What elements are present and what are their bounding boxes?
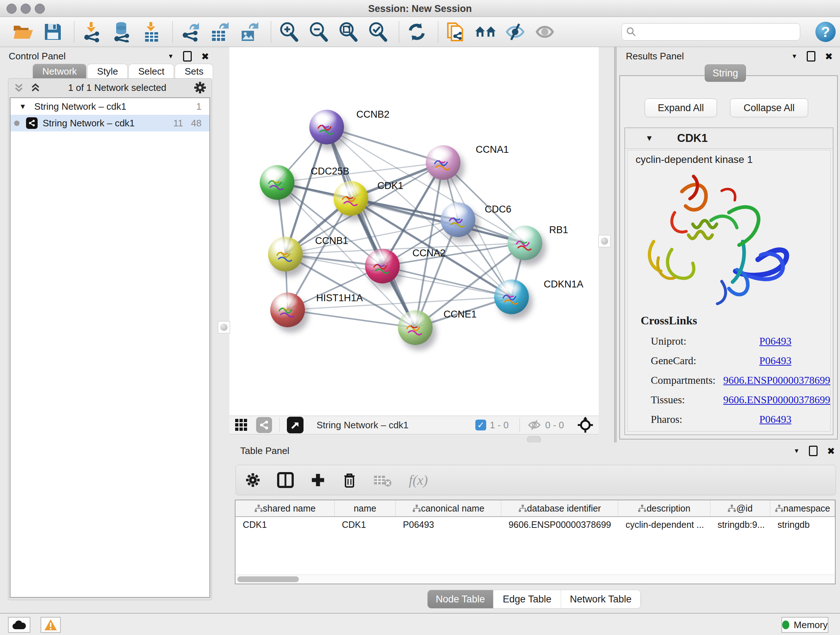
show-columns-icon[interactable] bbox=[277, 472, 294, 488]
table-settings-gear-icon[interactable] bbox=[245, 472, 261, 488]
node-table[interactable]: shared namenamecanonical namedatabase id… bbox=[235, 500, 836, 584]
panel-menu-icon[interactable]: ▼ bbox=[791, 53, 797, 60]
crosslink-link[interactable]: P06493 bbox=[759, 413, 791, 425]
network-row[interactable]: String Network – cdk1 11 48 bbox=[11, 115, 210, 131]
horizontal-splitter-knob[interactable] bbox=[527, 436, 541, 443]
float-panel-icon[interactable] bbox=[807, 51, 815, 62]
table-horizontal-scrollbar[interactable] bbox=[235, 575, 835, 584]
tab-style[interactable]: Style bbox=[87, 64, 128, 79]
column-header-shared-name[interactable]: shared name bbox=[235, 500, 335, 516]
crosslink-link[interactable]: 9606.ENSP00000378699 bbox=[723, 394, 830, 406]
selected-checkbox-icon[interactable]: ✓ bbox=[475, 420, 486, 431]
network-node-ccnb2[interactable] bbox=[309, 110, 344, 144]
first-neighbors-button[interactable] bbox=[445, 21, 467, 43]
column-header-label: shared name bbox=[263, 503, 316, 514]
network-node-ccna2[interactable] bbox=[365, 249, 400, 283]
hide-selected-button[interactable] bbox=[504, 21, 526, 43]
column-header-canonical-name[interactable]: canonical name bbox=[396, 500, 501, 516]
refresh-button[interactable] bbox=[406, 21, 428, 43]
column-header-description[interactable]: description bbox=[618, 500, 710, 516]
houses-button[interactable] bbox=[475, 21, 496, 43]
import-network-file-button[interactable] bbox=[81, 21, 103, 43]
network-node-ccnb1[interactable] bbox=[268, 237, 303, 272]
column-header-database-identifier[interactable]: database identifier bbox=[501, 500, 619, 516]
show-all-button[interactable] bbox=[534, 21, 556, 43]
collapse-triangle-icon[interactable]: ▼ bbox=[19, 103, 27, 111]
close-panel-icon[interactable]: ✖ bbox=[201, 52, 209, 61]
grid-view-icon[interactable] bbox=[234, 418, 248, 432]
save-session-button[interactable] bbox=[42, 21, 64, 43]
column-header-name[interactable]: name bbox=[335, 500, 396, 516]
search-input[interactable] bbox=[636, 27, 800, 38]
column-header-namespace[interactable]: namespace bbox=[770, 500, 835, 516]
zoom-fit-button[interactable] bbox=[337, 21, 359, 43]
zoom-selected-button[interactable] bbox=[367, 21, 388, 43]
export-image-button[interactable] bbox=[239, 21, 261, 43]
table-cell[interactable]: CDK1 bbox=[235, 517, 335, 532]
memory-button[interactable]: Memory bbox=[782, 617, 829, 633]
delete-trash-icon[interactable] bbox=[342, 472, 357, 488]
import-network-database-button[interactable] bbox=[111, 21, 133, 43]
network-collection-row[interactable]: ▼ String Network – cdk1 1 bbox=[11, 98, 210, 115]
export-network-button[interactable] bbox=[180, 21, 201, 43]
table-cell[interactable]: stringdb:9... bbox=[710, 517, 770, 532]
close-panel-icon[interactable]: ✖ bbox=[827, 447, 835, 456]
tab-string[interactable]: String bbox=[705, 65, 746, 82]
right-splitter-knob[interactable] bbox=[598, 235, 611, 247]
network-node-cdkn1a[interactable] bbox=[494, 279, 529, 314]
table-cell[interactable]: 9606.ENSP00000378699 bbox=[501, 517, 619, 532]
left-splitter-knob[interactable] bbox=[218, 321, 230, 333]
cloud-button[interactable] bbox=[8, 617, 30, 633]
network-node-ccne1[interactable] bbox=[398, 310, 433, 345]
network-node-hist1h1a[interactable] bbox=[270, 293, 305, 327]
zoom-in-button[interactable] bbox=[278, 21, 300, 43]
table-row[interactable]: CDK1CDK1P064939606.ENSP00000378699cyclin… bbox=[235, 517, 835, 532]
crosslink-link[interactable]: 9606.ENSP00000378699 bbox=[723, 374, 830, 386]
toolbar-search[interactable] bbox=[622, 23, 800, 41]
protein-section-header[interactable]: ▼ CDK1 bbox=[625, 128, 833, 149]
panel-menu-icon[interactable]: ▼ bbox=[793, 448, 799, 455]
expand-all-icon[interactable] bbox=[30, 82, 41, 93]
network-node-ccna1[interactable] bbox=[426, 145, 461, 180]
tab-edge-table[interactable]: Edge Table bbox=[493, 590, 561, 608]
warnings-button[interactable] bbox=[41, 617, 61, 633]
open-session-button[interactable] bbox=[12, 21, 34, 43]
add-icon[interactable] bbox=[310, 472, 325, 488]
collapse-all-icon[interactable] bbox=[13, 82, 24, 93]
import-table-button[interactable] bbox=[141, 21, 162, 43]
close-panel-icon[interactable]: ✖ bbox=[825, 52, 833, 61]
gear-icon[interactable] bbox=[194, 81, 207, 94]
crosslink-link[interactable]: P06493 bbox=[759, 355, 791, 367]
zoom-out-button[interactable] bbox=[308, 21, 329, 43]
table-cell[interactable]: P06493 bbox=[396, 517, 501, 532]
tab-node-table[interactable]: Node Table bbox=[428, 590, 493, 608]
tab-select[interactable]: Select bbox=[128, 64, 174, 79]
collapse-all-button[interactable]: Collapse All bbox=[730, 98, 808, 117]
float-panel-icon[interactable] bbox=[809, 446, 818, 456]
network-node-rb1[interactable] bbox=[508, 226, 542, 260]
scrollbar-thumb[interactable] bbox=[237, 576, 299, 582]
vertical-divider[interactable] bbox=[614, 47, 616, 442]
panel-menu-icon[interactable]: ▼ bbox=[167, 53, 174, 60]
network-node-cdk1[interactable] bbox=[333, 181, 368, 216]
share-view-icon[interactable] bbox=[256, 417, 272, 433]
network-canvas[interactable]: CCNB2CCNA1CDC25BCDK1CDC6RB1CCNB1CCNA2CDK… bbox=[229, 47, 599, 416]
network-node-cdc6[interactable] bbox=[441, 203, 475, 237]
tab-network-table[interactable]: Network Table bbox=[561, 590, 641, 608]
table-cell[interactable]: CDK1 bbox=[335, 517, 396, 532]
network-node-cdc25b[interactable] bbox=[260, 165, 294, 200]
birds-eye-view-button[interactable] bbox=[287, 417, 303, 433]
collapse-triangle-icon[interactable]: ▼ bbox=[645, 134, 653, 143]
column-header--id[interactable]: @id bbox=[711, 500, 771, 516]
expand-all-button[interactable]: Expand All bbox=[645, 98, 717, 117]
table-cell[interactable]: stringdb bbox=[770, 517, 835, 532]
export-table-button[interactable] bbox=[209, 21, 231, 43]
help-button[interactable]: ? bbox=[815, 22, 836, 42]
crosshair-icon[interactable] bbox=[577, 417, 594, 433]
float-panel-icon[interactable] bbox=[183, 51, 192, 62]
import-table-icon bbox=[142, 21, 160, 42]
tab-network[interactable]: Network bbox=[33, 64, 87, 79]
table-cell[interactable]: cyclin-dependent ... bbox=[618, 517, 710, 532]
tab-sets[interactable]: Sets bbox=[175, 64, 213, 79]
crosslink-link[interactable]: P06493 bbox=[759, 335, 791, 347]
